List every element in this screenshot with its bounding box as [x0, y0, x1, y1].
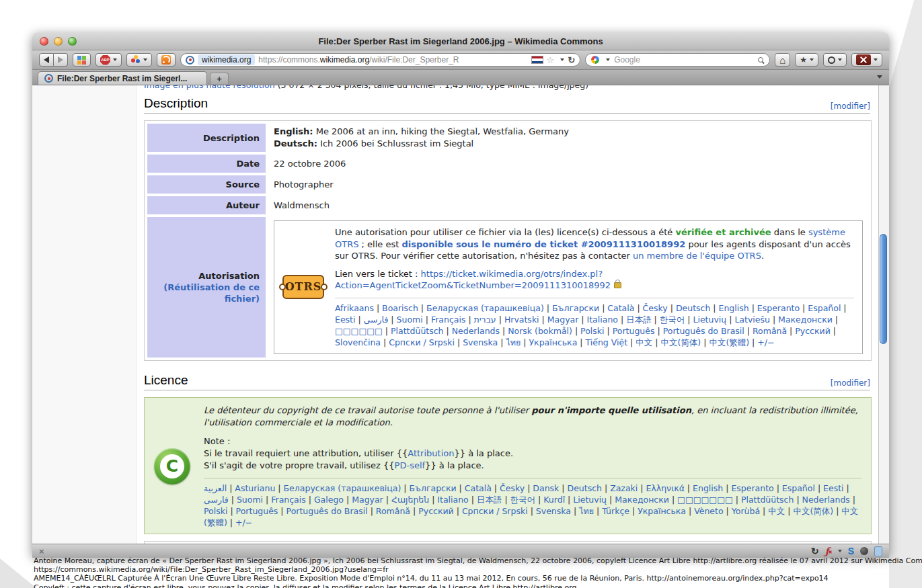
language-link[interactable]: Svenska	[536, 506, 571, 516]
language-link[interactable]: Plattdüütsch	[391, 326, 443, 336]
language-link[interactable]: Română	[376, 506, 410, 516]
language-link[interactable]: Tiếng Việt	[586, 337, 628, 347]
language-link[interactable]: ไทย	[579, 506, 594, 516]
language-link[interactable]: Nederlands	[802, 495, 850, 505]
list-all-tabs-icon[interactable]	[877, 75, 882, 79]
session-icon[interactable]	[874, 546, 882, 556]
language-link[interactable]: Català	[465, 483, 492, 493]
addon-bar-close-button[interactable]: ×	[39, 547, 44, 556]
language-link[interactable]: Esperanto	[731, 483, 773, 493]
language-link[interactable]: Eesti	[823, 483, 843, 493]
language-link[interactable]: Suomi	[237, 495, 263, 505]
language-link[interactable]: فارسی	[204, 495, 229, 505]
language-link[interactable]: Français	[431, 314, 466, 325]
minimize-window-button[interactable]	[54, 37, 63, 46]
language-link[interactable]: 中文	[768, 506, 785, 516]
language-link[interactable]: Boarisch	[382, 303, 418, 313]
language-link[interactable]: Suomi	[397, 314, 423, 325]
language-link[interactable]: Português	[236, 506, 278, 516]
language-link[interactable]: Русский	[418, 506, 453, 516]
language-link[interactable]: Kurdî	[543, 495, 565, 505]
reload-icon[interactable]: ↻	[568, 56, 575, 65]
language-link[interactable]: עברית	[474, 314, 496, 325]
language-link[interactable]: Català	[607, 303, 634, 313]
language-link[interactable]: Latviešu	[734, 314, 770, 325]
language-link[interactable]: Yorùbá	[732, 506, 760, 516]
site-identity-chip[interactable]: wikimedia.org	[198, 54, 255, 65]
language-link[interactable]: □□□□□□□	[677, 495, 733, 505]
text-link[interactable]: vérifiée et archivée	[675, 227, 771, 237]
language-link[interactable]: Italiano	[437, 495, 468, 505]
language-link[interactable]: Magyar	[547, 314, 579, 325]
language-link[interactable]: Português	[613, 326, 655, 336]
language-link[interactable]: Asturianu	[235, 483, 275, 493]
language-link[interactable]: 日本語	[626, 314, 652, 325]
vertical-scrollbar[interactable]	[878, 85, 889, 544]
language-link[interactable]: Plattdüütsch	[741, 495, 794, 505]
language-link[interactable]: Vèneto	[694, 506, 723, 516]
language-link[interactable]: Српски / Srpski	[462, 506, 528, 516]
scrollbar-thumb[interactable]	[880, 234, 887, 344]
adblock-button[interactable]: ABP	[95, 53, 122, 67]
language-link[interactable]: 中文(繁體)	[709, 337, 749, 347]
language-link[interactable]: Български	[410, 483, 457, 493]
text-link[interactable]: (Réutilisation de ce fichier)	[163, 282, 260, 304]
rss-button[interactable]	[157, 53, 176, 67]
forward-button[interactable]	[54, 53, 68, 67]
language-link[interactable]: Lietuvių	[573, 495, 607, 505]
language-link[interactable]: Magyar	[352, 495, 383, 505]
language-link[interactable]: Esperanto	[757, 303, 800, 313]
language-link[interactable]: Српски / Srpski	[389, 337, 455, 347]
language-link[interactable]: 한국어	[510, 495, 536, 505]
language-link[interactable]: Ελληνικά	[646, 483, 684, 493]
search-placeholder[interactable]: Google	[614, 55, 754, 65]
language-link[interactable]: ไทย	[506, 337, 521, 347]
language-link[interactable]: 中文(简体)	[793, 506, 833, 516]
language-link[interactable]: English	[693, 483, 723, 493]
status-circle-button[interactable]	[823, 53, 847, 67]
language-link[interactable]: Česky	[500, 483, 525, 493]
back-button[interactable]	[39, 53, 54, 67]
search-engine-dropdown-icon[interactable]	[606, 58, 610, 61]
language-link[interactable]: Română	[753, 326, 787, 336]
bookmark-star-icon[interactable]: ☆	[547, 56, 555, 65]
sync-icon[interactable]: ↻	[811, 546, 819, 556]
language-link[interactable]: Беларуская (тарашкевіца)	[426, 303, 544, 313]
language-link[interactable]: Česky	[643, 303, 668, 313]
language-link[interactable]: Hrvatski	[504, 314, 539, 325]
home-button[interactable]: ⌂	[775, 53, 790, 67]
language-link[interactable]: Українська	[529, 337, 577, 347]
url-bar[interactable]: wikimedia.org https://commons.wikimedia.…	[180, 53, 580, 67]
language-link[interactable]: 日本語	[477, 495, 502, 505]
extension-grid-button[interactable]	[73, 53, 91, 67]
url-dropdown-icon[interactable]	[560, 58, 564, 61]
language-link[interactable]: Հայերեն	[391, 495, 429, 505]
text-link[interactable]: disponible sous le numéro de ticket #200…	[401, 239, 685, 249]
language-link[interactable]: فارسی	[364, 314, 389, 325]
language-link[interactable]: Українська	[638, 506, 686, 516]
text-link[interactable]: un membre de l'équipe OTRS	[633, 251, 761, 261]
search-icon[interactable]	[758, 57, 764, 63]
language-link[interactable]: +/−	[757, 337, 774, 347]
language-link[interactable]: Español	[808, 303, 841, 313]
search-bar[interactable]: Google	[585, 53, 770, 67]
zoom-window-button[interactable]	[68, 37, 77, 46]
close-window-button[interactable]	[40, 37, 48, 46]
language-link[interactable]: Polski	[204, 506, 227, 516]
language-link[interactable]: Deutsch	[676, 303, 710, 313]
language-link[interactable]: Français	[271, 495, 306, 505]
edit-licence-link[interactable]: [modifier]	[831, 378, 870, 388]
language-link[interactable]: 한국어	[660, 314, 685, 325]
language-link[interactable]: Português do Brasil	[663, 326, 744, 336]
language-link[interactable]: Lietuvių	[693, 314, 726, 325]
language-link[interactable]: Беларуская (тарашкевіца)	[284, 483, 401, 493]
bookmarks-extension-button[interactable]	[126, 53, 152, 67]
language-link[interactable]: Русский	[795, 326, 830, 336]
flashblock-icon[interactable]: ƒ	[825, 546, 829, 556]
scrapbook-button[interactable]	[851, 53, 882, 67]
edit-description-link[interactable]: [modifier]	[831, 101, 870, 111]
language-link[interactable]: Afrikaans	[335, 303, 374, 313]
language-link[interactable]: Italiano	[587, 314, 618, 325]
chevron-down-icon[interactable]	[838, 550, 842, 552]
language-link[interactable]: Zazaki	[610, 483, 638, 493]
